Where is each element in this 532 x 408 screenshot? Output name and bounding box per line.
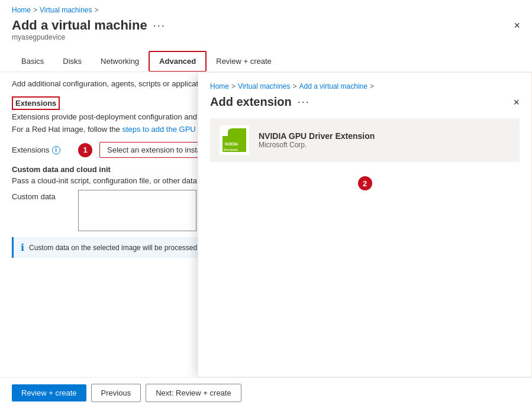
custom-data-textarea[interactable] <box>78 190 196 231</box>
info-banner-icon: ℹ <box>21 242 24 253</box>
header-ellipsis-btn[interactable]: ··· <box>153 20 166 32</box>
overlay-breadcrumb: Home > Virtual machines > Add a virtual … <box>210 82 520 90</box>
overlay-bc-home[interactable]: Home <box>210 82 229 90</box>
custom-data-label: Custom data <box>12 190 71 201</box>
badge-1: 1 <box>78 143 92 157</box>
extension-list-item[interactable]: NVIDIA NVIDIA NVIDIA GPU Driver Extensio… <box>210 118 520 162</box>
previous-button[interactable]: Previous <box>91 384 141 402</box>
page-subtitle: myasegpudevice <box>0 33 532 41</box>
overlay-title: Add extension <box>210 95 292 109</box>
overlay-panel: Home > Virtual machines > Add a virtual … <box>198 72 532 377</box>
breadcrumb: Home > Virtual machines > <box>0 0 532 17</box>
nvidia-logo: NVIDIA NVIDIA <box>220 125 249 155</box>
extension-name: NVIDIA GPU Driver Extension <box>259 131 375 141</box>
overlay-bc-add-vm[interactable]: Add a virtual machine <box>299 82 367 90</box>
tab-advanced[interactable]: Advanced <box>149 51 207 72</box>
page-title: Add a virtual machine <box>12 18 147 33</box>
extension-info: NVIDIA GPU Driver Extension Microsoft Co… <box>259 131 375 149</box>
breadcrumb-vms[interactable]: Virtual machines <box>40 6 92 14</box>
svg-text:NVIDIA: NVIDIA <box>225 142 238 146</box>
breadcrumb-home[interactable]: Home <box>12 6 31 14</box>
overlay-bc-vms[interactable]: Virtual machines <box>238 82 291 90</box>
tab-disks[interactable]: Disks <box>53 51 91 72</box>
extensions-form-label: Extensions i <box>12 145 71 154</box>
tab-review-create[interactable]: Review + create <box>207 51 281 72</box>
content-area: Add additional configuration, agents, sc… <box>0 72 532 377</box>
main-container: Home > Virtual machines > Add a virtual … <box>0 0 532 408</box>
extensions-label: Extensions <box>12 96 60 110</box>
extension-company: Microsoft Corp. <box>259 141 375 149</box>
tab-basics[interactable]: Basics <box>12 51 53 72</box>
overlay-close-btn[interactable]: × <box>513 97 520 108</box>
page-header: Add a virtual machine ··· × <box>0 17 532 33</box>
select-extension-button[interactable]: Select an extension to install <box>99 142 212 158</box>
tab-networking[interactable]: Networking <box>91 51 149 72</box>
close-button[interactable]: × <box>514 20 520 31</box>
overlay-header: Add extension ··· × <box>210 95 520 109</box>
extensions-info-icon[interactable]: i <box>52 146 60 154</box>
overlay-ellipsis-btn[interactable]: ··· <box>298 96 310 108</box>
next-button[interactable]: Next: Review + create <box>146 384 241 402</box>
review-create-button[interactable]: Review + create <box>12 384 86 401</box>
footer: Review + create Previous Next: Review + … <box>0 377 532 408</box>
tab-bar: Basics Disks Networking Advanced Review … <box>0 45 532 72</box>
badge-2: 2 <box>358 176 372 190</box>
